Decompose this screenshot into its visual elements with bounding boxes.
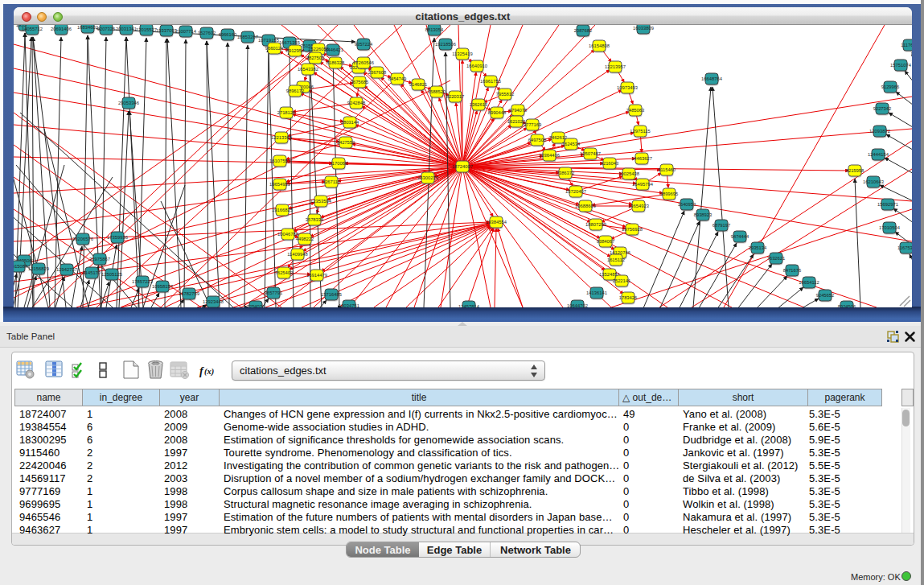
svg-text:17857223: 17857223 bbox=[132, 279, 153, 284]
svg-text:2935134: 2935134 bbox=[749, 245, 767, 250]
svg-text:7955812: 7955812 bbox=[496, 92, 515, 97]
svg-text:15751074: 15751074 bbox=[890, 63, 912, 68]
svg-text:9357224: 9357224 bbox=[355, 42, 373, 47]
svg-text:9242848: 9242848 bbox=[347, 101, 366, 105]
svg-text:3267110: 3267110 bbox=[322, 179, 340, 184]
svg-text:14055712: 14055712 bbox=[22, 27, 43, 31]
svg-text:19756928: 19756928 bbox=[622, 227, 643, 232]
svg-text:2522141: 2522141 bbox=[613, 278, 631, 283]
svg-text:19034751: 19034751 bbox=[339, 303, 359, 307]
svg-text:7386372: 7386372 bbox=[556, 171, 575, 175]
svg-text:16154808: 16154808 bbox=[589, 43, 610, 48]
svg-text:20031341: 20031341 bbox=[116, 27, 137, 31]
svg-text:14136141: 14136141 bbox=[586, 290, 607, 295]
svg-text:29053346: 29053346 bbox=[118, 101, 139, 105]
svg-text:9657791: 9657791 bbox=[265, 290, 283, 295]
svg-text:(x): (x) bbox=[204, 367, 214, 377]
svg-text:7485063: 7485063 bbox=[626, 108, 645, 113]
svg-text:8186328: 8186328 bbox=[326, 60, 345, 65]
svg-text:6216043: 6216043 bbox=[601, 161, 619, 166]
svg-text:2803144: 2803144 bbox=[341, 120, 359, 125]
svg-text:1145170: 1145170 bbox=[83, 270, 101, 275]
svg-text:9474444: 9474444 bbox=[731, 234, 749, 239]
svg-text:16543382: 16543382 bbox=[298, 67, 318, 72]
svg-text:18724007: 18724007 bbox=[452, 164, 473, 169]
svg-text:2087682: 2087682 bbox=[574, 28, 593, 33]
svg-text:15716485: 15716485 bbox=[321, 292, 342, 297]
svg-text:8990448: 8990448 bbox=[488, 110, 507, 115]
svg-text:12942737: 12942737 bbox=[56, 267, 77, 272]
svg-text:7632621: 7632621 bbox=[767, 256, 786, 261]
svg-text:10507487: 10507487 bbox=[580, 151, 601, 156]
svg-text:9146821: 9146821 bbox=[409, 82, 428, 87]
svg-text:12213369: 12213369 bbox=[271, 135, 292, 140]
svg-text:12156829: 12156829 bbox=[28, 266, 49, 271]
svg-text:21007714: 21007714 bbox=[175, 29, 197, 34]
svg-text:1624534: 1624534 bbox=[562, 142, 581, 146]
svg-text:3915087: 3915087 bbox=[14, 264, 27, 269]
svg-text:17260546: 17260546 bbox=[353, 60, 374, 65]
svg-text:1527602: 1527602 bbox=[198, 31, 216, 35]
svg-text:1362615: 1362615 bbox=[470, 102, 488, 107]
svg-text:3578334: 3578334 bbox=[306, 217, 324, 222]
svg-text:10853267: 10853267 bbox=[237, 35, 258, 39]
svg-text:9899695: 9899695 bbox=[660, 192, 679, 196]
svg-text:12015527: 12015527 bbox=[136, 27, 157, 32]
svg-text:12505125: 12505125 bbox=[101, 272, 122, 277]
svg-text:20364436: 20364436 bbox=[539, 153, 560, 158]
svg-text:10719155: 10719155 bbox=[258, 38, 279, 43]
svg-text:9827503: 9827503 bbox=[306, 56, 325, 60]
svg-text:20206576: 20206576 bbox=[72, 237, 93, 241]
svg-text:7462612: 7462612 bbox=[549, 135, 568, 140]
svg-text:16671355: 16671355 bbox=[279, 40, 300, 45]
svg-text:8938923: 8938923 bbox=[694, 212, 713, 217]
svg-text:16640910: 16640910 bbox=[466, 64, 487, 68]
svg-text:1640953: 1640953 bbox=[678, 202, 696, 207]
svg-text:15720407: 15720407 bbox=[565, 189, 586, 194]
svg-text:14463627: 14463627 bbox=[631, 156, 652, 161]
svg-text:1615112: 1615112 bbox=[607, 257, 625, 262]
svg-text:2367608: 2367608 bbox=[368, 70, 387, 75]
svg-text:8220317: 8220317 bbox=[446, 94, 465, 99]
svg-text:8471676: 8471676 bbox=[783, 268, 802, 273]
svg-text:11409948: 11409948 bbox=[287, 252, 307, 257]
svg-text:25300275: 25300275 bbox=[417, 175, 438, 180]
svg-text:17359936: 17359936 bbox=[107, 235, 128, 240]
svg-text:11325419: 11325419 bbox=[452, 51, 472, 56]
svg-text:9227342: 9227342 bbox=[873, 106, 892, 111]
svg-text:8454749: 8454749 bbox=[388, 76, 407, 81]
svg-text:12093872: 12093872 bbox=[869, 129, 890, 134]
svg-text:12457814: 12457814 bbox=[458, 304, 480, 307]
svg-text:9777169: 9777169 bbox=[524, 122, 542, 127]
svg-text:16782759: 16782759 bbox=[179, 291, 199, 296]
svg-text:8912954: 8912954 bbox=[286, 48, 305, 53]
svg-text:6966160: 6966160 bbox=[219, 32, 237, 37]
svg-text:16210643: 16210643 bbox=[863, 179, 884, 184]
svg-text:12975115: 12975115 bbox=[630, 129, 650, 134]
svg-text:9245652: 9245652 bbox=[816, 293, 835, 298]
svg-text:12213957: 12213957 bbox=[605, 64, 626, 69]
svg-text:19337093: 19337093 bbox=[156, 28, 177, 33]
svg-text:1170063: 1170063 bbox=[330, 161, 347, 166]
svg-text:9129966: 9129966 bbox=[881, 84, 900, 89]
svg-text:8813054: 8813054 bbox=[425, 27, 444, 32]
svg-text:15226058: 15226058 bbox=[308, 47, 329, 51]
svg-text:9660124: 9660124 bbox=[265, 46, 284, 51]
svg-text:10644702: 10644702 bbox=[567, 303, 588, 307]
svg-text:20691406: 20691406 bbox=[51, 27, 72, 31]
svg-text:3675685: 3675685 bbox=[351, 80, 369, 84]
svg-text:12444154: 12444154 bbox=[868, 152, 889, 157]
svg-text:17010504: 17010504 bbox=[879, 225, 901, 230]
svg-text:7254026: 7254026 bbox=[247, 304, 265, 307]
svg-text:9207325: 9207325 bbox=[97, 27, 116, 31]
svg-text:10025438: 10025438 bbox=[618, 171, 639, 176]
svg-text:9115460: 9115460 bbox=[658, 167, 676, 172]
svg-text:18807299: 18807299 bbox=[585, 222, 606, 227]
svg-text:10973493: 10973493 bbox=[617, 85, 638, 90]
svg-text:16914479: 16914479 bbox=[306, 273, 327, 278]
svg-text:1167534: 1167534 bbox=[897, 245, 912, 250]
svg-text:9384067: 9384067 bbox=[597, 239, 615, 244]
svg-text:32975867: 32975867 bbox=[89, 257, 110, 262]
svg-text:10654112: 10654112 bbox=[799, 280, 819, 285]
svg-text:1117602: 1117602 bbox=[901, 43, 912, 47]
